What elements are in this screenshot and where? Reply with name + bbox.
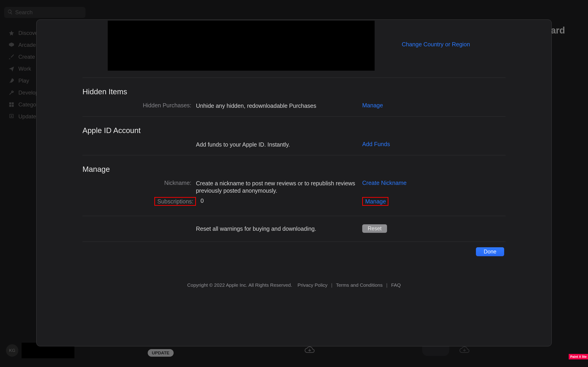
subscriptions-label-highlighted: Subscriptions: xyxy=(154,197,196,206)
create-nickname-link[interactable]: Create Nickname xyxy=(362,180,406,186)
subscriptions-manage-highlighted: Manage xyxy=(362,197,389,206)
section-title-apple-id: Apple ID Account xyxy=(82,126,506,135)
hidden-purchases-label: Hidden Purchases: xyxy=(82,102,196,109)
section-title-hidden-items: Hidden Items xyxy=(82,87,506,96)
modal-footer: Copyright © 2022 Apple Inc. All Rights R… xyxy=(82,256,506,293)
reset-button[interactable]: Reset xyxy=(362,224,387,233)
redacted-block xyxy=(108,21,375,71)
hidden-purchases-desc: Unhide any hidden, redownloadable Purcha… xyxy=(196,102,357,109)
add-funds-desc: Add funds to your Apple ID. Instantly. xyxy=(196,141,357,148)
change-country-link[interactable]: Change Country or Region xyxy=(402,41,470,48)
manage-subscriptions-link[interactable]: Manage xyxy=(365,198,386,205)
nickname-desc: Create a nickname to post new reviews or… xyxy=(196,180,357,194)
nickname-label: Nickname: xyxy=(82,180,196,186)
account-settings-modal: Change Country or Region Hidden Items Hi… xyxy=(36,19,552,346)
done-button[interactable]: Done xyxy=(476,247,504,256)
manage-hidden-purchases-link[interactable]: Manage xyxy=(362,102,383,108)
watermark-badge: Paint X lite xyxy=(569,354,588,359)
faq-link[interactable]: FAQ xyxy=(391,282,401,288)
reset-warnings-desc: Reset all warnings for buying and downlo… xyxy=(196,225,357,232)
section-title-manage: Manage xyxy=(82,165,506,174)
terms-link[interactable]: Terms and Conditions xyxy=(336,282,383,288)
add-funds-link[interactable]: Add Funds xyxy=(362,141,390,147)
subscriptions-count: 0 xyxy=(196,197,357,204)
privacy-policy-link[interactable]: Privacy Policy xyxy=(297,282,328,288)
copyright-text: Copyright © 2022 Apple Inc. All Rights R… xyxy=(187,282,292,288)
